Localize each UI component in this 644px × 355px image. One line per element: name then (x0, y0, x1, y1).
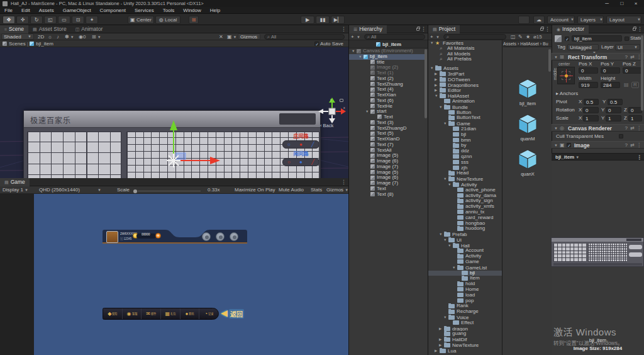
image-header[interactable]: ▼ ▣ ✓ Image ? ⇄ ⋮ (552, 141, 644, 149)
expand-arrow-icon[interactable]: ▼ (443, 315, 448, 320)
image-enabled-checkbox[interactable]: ✓ (567, 143, 571, 147)
expand-arrow-icon[interactable]: ▶ (435, 348, 440, 354)
project-tree-item[interactable]: ▼Assets (428, 65, 502, 71)
expand-arrow-icon[interactable]: ▶ (439, 326, 444, 332)
display-dropdown[interactable]: Display 1▼ (3, 187, 28, 193)
menu-component[interactable]: Component (96, 7, 130, 13)
pos-z-field[interactable]: 0 (623, 67, 641, 74)
anchor-preset-widget[interactable] (557, 67, 575, 84)
maximize-on-play-button[interactable]: Maximize On Play (235, 187, 275, 193)
project-kebab[interactable]: ⋮ (545, 26, 550, 32)
game-menu-kebab[interactable]: ⋮ (341, 179, 347, 185)
project-tree-item[interactable]: Item (428, 276, 502, 281)
layer-dropdown[interactable]: UI▼ (615, 44, 640, 50)
width-field[interactable]: 919 (579, 82, 598, 88)
resolution-dropdown[interactable]: QHD (2560x1440)▼ (39, 187, 101, 193)
pos-x-field[interactable]: 0 (579, 67, 598, 74)
tab-animator[interactable]: ◫Animator (71, 25, 108, 33)
maximize-button[interactable]: □ (615, 0, 629, 7)
lighting-icon[interactable]: ☼ (48, 34, 52, 40)
hud-service-button[interactable] (216, 232, 225, 241)
project-tree-item[interactable]: bmn (428, 138, 502, 144)
hierarchy-item[interactable]: Image (2) (349, 65, 426, 70)
project-tree-item[interactable]: ▶NewTexture (428, 342, 502, 348)
hierarchy-item[interactable]: Text (7) (349, 142, 426, 148)
scale-slider-track[interactable] (138, 191, 201, 191)
inspector-scrollbar[interactable] (641, 35, 643, 111)
hierarchy-item[interactable]: Text (6) (349, 98, 426, 104)
project-tree-item[interactable]: by (428, 143, 502, 149)
prefab-stage-header[interactable]: bjl_item (349, 40, 428, 48)
breadcrumb-prefab[interactable]: bjl_item (36, 41, 53, 47)
project-tree-item[interactable]: Head (428, 171, 502, 176)
name-field[interactable]: bjl_item (572, 35, 622, 42)
static-checkbox[interactable] (625, 37, 629, 41)
project-tree-item[interactable]: Activity (428, 254, 502, 259)
pivot-toggle-button[interactable]: ▣ Center (128, 16, 154, 24)
hierarchy-item[interactable]: Image (6) (349, 159, 426, 164)
project-search-input[interactable]: ⌕ (443, 34, 506, 40)
inspector-kebab[interactable]: ⋮ (637, 26, 643, 32)
hierarchy-item[interactable]: Text (8) (349, 192, 426, 198)
layers-dropdown[interactable]: Layers▼ (577, 16, 604, 24)
project-tree-item[interactable]: Button (428, 110, 502, 116)
tab-project[interactable]: ▤Project (428, 25, 460, 33)
menu-gameobject[interactable]: GameObject (58, 7, 96, 13)
help-icon[interactable]: ? (625, 142, 628, 149)
play-button[interactable]: ▶ (301, 16, 314, 24)
project-tree-item[interactable]: qznn (428, 154, 502, 160)
project-tree-item[interactable]: 21dian (428, 127, 502, 132)
hierarchy-item[interactable]: ▼bjl_item (349, 54, 426, 60)
project-tree-item[interactable]: ▶DOTween (428, 77, 502, 82)
scene-menu-kebab[interactable]: ⋮ (341, 26, 347, 32)
scene-visibility-icon[interactable]: ◉0 (79, 34, 86, 40)
project-tree-item[interactable]: ▼UI (428, 237, 502, 243)
help-icon[interactable]: ? (625, 125, 628, 132)
project-tree-item[interactable]: activity_sign (428, 198, 502, 204)
project-tree-item[interactable]: ddz (428, 149, 502, 154)
height-field[interactable]: 284 (601, 82, 620, 88)
foldout-arrow[interactable]: ▼ (554, 125, 558, 132)
project-tree-item[interactable]: Game (428, 259, 502, 265)
asset-item[interactable]: quanM (503, 114, 552, 142)
stats-button[interactable]: Stats (311, 187, 322, 193)
hierarchy-item[interactable]: Text (1) (349, 70, 426, 76)
move-tool-icon[interactable]: ✜ (16, 16, 29, 24)
project-tree-item[interactable]: Recharge (428, 309, 502, 315)
expand-arrow-icon[interactable]: ▼ (448, 243, 453, 249)
hud-menu-item-4[interactable]: ▦礼包 (161, 308, 180, 319)
project-tree-item[interactable]: ▶HallDif (428, 337, 502, 342)
project-breadcrumb[interactable]: Assets › HallAsset › Bu (503, 40, 552, 47)
hierarchy-item[interactable]: Text (3) (349, 120, 426, 126)
project-tree-item[interactable]: ButtonText (428, 115, 502, 121)
project-tree-item[interactable]: ▶DragonBones (428, 82, 502, 88)
project-tree-item[interactable]: ▼Voice (428, 315, 502, 320)
tab-asset-store[interactable]: ▤Asset Store (28, 25, 71, 33)
expand-arrow-icon[interactable]: ▼ (358, 54, 364, 60)
rot-x-field[interactable]: 0 (583, 107, 599, 113)
scene-viewport[interactable]: 极速百家乐 庄问路 ○ ● ╱ 闲问路 ○ ● ╱ (0, 47, 348, 178)
hud-settings-button[interactable] (230, 232, 238, 241)
help-icon[interactable]: ? (625, 54, 628, 61)
avatar[interactable] (106, 231, 118, 243)
expand-arrow-icon[interactable]: ▶ (435, 82, 440, 88)
services-box[interactable] (518, 16, 530, 24)
hierarchy-item[interactable]: TextXian (349, 93, 426, 98)
menu-edit[interactable]: Edit (17, 7, 35, 13)
cloud-icon[interactable]: ☁ (533, 16, 545, 24)
grid-dropdown-icon[interactable]: ⊞▼ (92, 34, 101, 40)
hierarchy-item[interactable]: TextZhuang (349, 82, 426, 87)
filter-type-icon[interactable]: ◫ (511, 34, 516, 40)
component-kebab[interactable]: ⋮ (636, 142, 641, 149)
component-kebab[interactable]: ⋮ (636, 125, 641, 132)
project-tree-item[interactable]: hongbao (428, 221, 502, 227)
project-tree-item[interactable]: ▼★Favorites (428, 40, 502, 46)
project-tree-item[interactable]: ▶3rdPart (428, 71, 502, 77)
orientation-toggle-button[interactable]: ◍ Local (155, 16, 180, 24)
effects-dropdown-icon[interactable]: ✽▼ (65, 34, 74, 40)
expand-arrow-icon[interactable]: ▼ (452, 265, 457, 271)
pos-y-field[interactable]: 0 (601, 67, 620, 74)
scale-slider-handle[interactable] (133, 189, 137, 193)
expand-arrow-icon[interactable]: ▼ (352, 48, 357, 54)
rot-y-field[interactable]: 0 (606, 107, 621, 113)
